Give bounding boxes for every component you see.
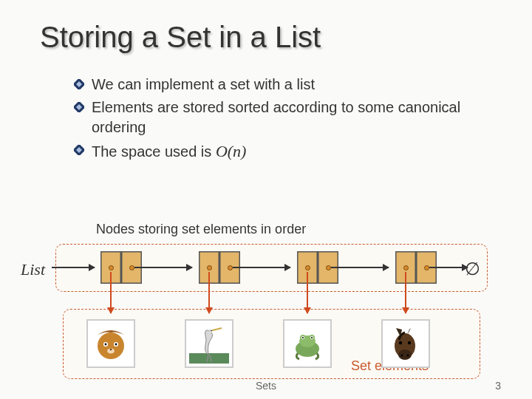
- svg-point-28: [399, 341, 402, 344]
- arrow-next: [134, 267, 192, 268]
- element-image: [185, 319, 233, 368]
- pointer-dot: [326, 265, 331, 270]
- arrow-next: [233, 267, 290, 268]
- svg-point-29: [408, 341, 411, 344]
- svg-point-31: [407, 355, 409, 357]
- page-number: 3: [495, 380, 501, 392]
- svg-point-12: [110, 349, 112, 351]
- list-label: List: [21, 260, 45, 279]
- bullet-item: We can implement a set with a list: [74, 75, 488, 95]
- arrow-next: [52, 267, 95, 268]
- pointer-dot: [403, 265, 409, 270]
- element-image: [283, 319, 332, 368]
- bullet-text: The space used is O(n): [92, 140, 488, 163]
- text-span: The space used is: [92, 143, 216, 160]
- svg-point-25: [311, 337, 313, 338]
- paren: ): [241, 142, 246, 160]
- arrow-element: [110, 272, 112, 313]
- arrow-element: [405, 272, 406, 313]
- bullet-item: Elements are stored sorted according to …: [74, 98, 488, 137]
- bullet-text: Elements are stored sorted according to …: [92, 98, 488, 137]
- arrow-element: [208, 272, 210, 313]
- arrow-element: [307, 272, 308, 313]
- element-image: [86, 319, 135, 368]
- pointer-dot: [207, 265, 212, 270]
- bullet-list: We can implement a set with a list Eleme…: [74, 75, 488, 163]
- arrow-next: [429, 267, 468, 268]
- var-n: n: [233, 142, 241, 160]
- svg-point-14: [209, 330, 213, 333]
- svg-point-27: [398, 349, 412, 360]
- bullet-icon: [74, 79, 84, 89]
- svg-point-24: [302, 337, 304, 338]
- arrow-next: [331, 267, 389, 268]
- element-image: [381, 319, 430, 368]
- svg-point-6: [98, 332, 124, 359]
- bullet-item: The space used is O(n): [74, 140, 488, 163]
- slide-title: Storing a Set in a List: [40, 21, 510, 54]
- caption-nodes: Nodes storing set elements in order: [96, 222, 306, 237]
- bullet-icon: [74, 102, 84, 112]
- svg-point-30: [401, 355, 403, 357]
- bullet-icon: [74, 145, 84, 155]
- svg-rect-13: [189, 353, 229, 364]
- pointer-dot: [305, 265, 310, 270]
- pointer-dot: [424, 265, 429, 270]
- pointer-dot: [129, 265, 134, 270]
- svg-point-10: [115, 344, 117, 346]
- svg-point-15: [211, 330, 211, 331]
- paren: (: [228, 142, 233, 160]
- footer-center: Sets: [256, 380, 276, 392]
- svg-point-9: [105, 344, 107, 346]
- pointer-dot: [228, 265, 233, 270]
- bullet-text: We can implement a set with a list: [92, 75, 488, 95]
- pointer-dot: [109, 265, 114, 270]
- big-o: O: [216, 142, 228, 160]
